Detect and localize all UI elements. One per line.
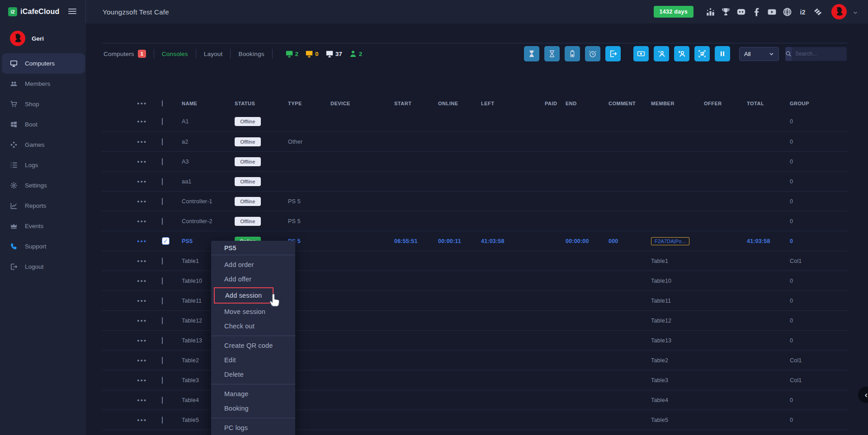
column-header[interactable]: TOTAL	[747, 101, 790, 106]
session-exit-button[interactable]	[605, 46, 621, 61]
menu-item-edit[interactable]: Edit	[211, 353, 295, 367]
column-header[interactable]: END	[566, 101, 609, 106]
row-checkbox[interactable]	[162, 337, 163, 344]
row-actions-icon[interactable]: ●●●	[137, 259, 162, 263]
column-header[interactable]: MEMBER	[651, 101, 704, 106]
column-header[interactable]: STATUS	[235, 101, 288, 106]
row-actions-icon[interactable]: ●●●	[137, 378, 162, 383]
row-checkbox[interactable]	[162, 397, 163, 404]
table-row[interactable]: ●●●a2OfflineOther0	[102, 131, 848, 151]
sidebar-item-events[interactable]: Events	[0, 216, 86, 236]
column-header[interactable]: OFFER	[704, 101, 747, 106]
tab-layout[interactable]: Layout	[202, 51, 225, 57]
menu-item-add-order[interactable]: Add order	[211, 257, 295, 272]
youtube-icon[interactable]	[767, 7, 777, 17]
select-all-checkbox[interactable]	[162, 100, 163, 107]
menu-item-pc-logs[interactable]: PC logs	[211, 421, 295, 435]
days-remaining-badge[interactable]: 1432 days	[654, 6, 693, 18]
row-actions-icon[interactable]: ●●●	[137, 159, 162, 164]
row-actions-icon[interactable]: ●●●	[137, 338, 162, 343]
sidebar-item-shop[interactable]: Shop	[0, 94, 86, 114]
table-row[interactable]: ●●●Controller-2OfflinePS 50	[102, 211, 848, 231]
qr-code-button[interactable]	[694, 46, 710, 61]
icafe-logo-icon[interactable]: i2	[798, 7, 807, 17]
row-checkbox[interactable]	[162, 198, 163, 205]
row-checkbox[interactable]	[162, 416, 163, 424]
row-actions-icon[interactable]: ●●●	[137, 140, 162, 144]
row-checkbox[interactable]	[162, 257, 163, 265]
column-header[interactable]: GROUP	[790, 101, 848, 106]
menu-item-create-qr-code[interactable]: Create QR code	[211, 338, 295, 353]
trophy-icon[interactable]	[721, 7, 731, 17]
row-actions-icon[interactable]: ●●●	[137, 199, 162, 204]
hourglass-filled-button[interactable]	[524, 46, 539, 61]
row-checkbox[interactable]: ✓	[162, 237, 170, 245]
menu-item-add-session[interactable]: Add session	[214, 287, 274, 304]
sidebar-item-computers[interactable]: Computers	[2, 53, 85, 74]
user-avatar-small[interactable]	[10, 31, 25, 46]
hourglass-button[interactable]	[544, 46, 560, 61]
sidebar-item-reports[interactable]: Reports	[0, 196, 86, 216]
sidebar-item-members[interactable]: Members	[0, 74, 86, 94]
discord-icon[interactable]	[736, 7, 746, 17]
ranking-icon[interactable]	[706, 7, 715, 17]
row-checkbox[interactable]	[162, 357, 163, 364]
column-header[interactable]: START	[394, 101, 438, 106]
column-header[interactable]: TYPE	[288, 101, 330, 106]
column-header[interactable]: COMMENT	[609, 101, 651, 106]
row-checkbox[interactable]	[162, 218, 163, 225]
column-header[interactable]: LEFT	[481, 101, 545, 106]
sidebar-item-settings[interactable]: Settings	[0, 175, 86, 196]
table-row[interactable]: ●●●aa1Offline0	[102, 171, 848, 191]
menu-item-delete[interactable]: Delete	[211, 367, 295, 382]
column-header[interactable]: NAME	[182, 101, 235, 106]
pause-button[interactable]	[715, 46, 730, 61]
alarm-clock-button[interactable]	[585, 46, 600, 61]
search-input[interactable]	[792, 47, 847, 61]
member-tag[interactable]: F2A7DA|Po...	[651, 237, 689, 245]
column-header[interactable]: ONLINE	[438, 101, 481, 106]
tab-computers[interactable]: Computers1	[102, 50, 148, 58]
member-add-button[interactable]	[674, 46, 689, 61]
battery-button[interactable]	[565, 46, 580, 61]
globe-icon[interactable]	[783, 7, 792, 17]
tab-bookings[interactable]: Bookings	[236, 51, 266, 57]
row-actions-icon[interactable]: ●●●	[137, 119, 162, 124]
sidebar-item-logs[interactable]: Logs	[0, 155, 86, 175]
row-actions-icon[interactable]: ●●●	[137, 239, 162, 243]
row-checkbox[interactable]	[162, 158, 163, 165]
member-star-button[interactable]	[654, 46, 669, 61]
sidebar-item-games[interactable]: Games	[0, 135, 86, 155]
row-checkbox[interactable]	[162, 118, 163, 125]
row-checkbox[interactable]	[162, 277, 163, 285]
facebook-icon[interactable]	[752, 7, 761, 17]
menu-item-add-offer[interactable]: Add offer	[211, 272, 295, 286]
row-checkbox[interactable]	[162, 377, 163, 384]
menu-item-move-session[interactable]: Move session	[211, 304, 295, 319]
header-row-actions-icon[interactable]: ●●●	[137, 101, 162, 106]
sidebar-item-logout[interactable]: Logout	[0, 257, 86, 277]
sidebar-item-support[interactable]: Support	[0, 236, 86, 257]
hamburger-menu-icon[interactable]	[68, 9, 76, 15]
youngzsoft-icon[interactable]	[813, 7, 823, 17]
chevron-down-icon[interactable]	[853, 9, 858, 14]
row-actions-icon[interactable]: ●●●	[137, 358, 162, 363]
tab-consoles[interactable]: Consoles	[160, 51, 190, 57]
user-avatar[interactable]	[831, 4, 847, 19]
table-row[interactable]: ●●●A3Offline0	[102, 151, 848, 171]
row-actions-icon[interactable]: ●●●	[137, 179, 162, 184]
row-actions-icon[interactable]: ●●●	[137, 219, 162, 224]
filter-select[interactable]: All	[739, 47, 779, 61]
table-row[interactable]: ●●●A1Offline0	[102, 112, 848, 131]
menu-item-check-out[interactable]: Check out	[211, 319, 295, 333]
column-header[interactable]: PAID	[545, 101, 566, 106]
row-actions-icon[interactable]: ●●●	[137, 279, 162, 283]
row-actions-icon[interactable]: ●●●	[137, 318, 162, 323]
menu-item-booking[interactable]: Booking	[211, 401, 295, 416]
table-row[interactable]: ●●●Controller-1OfflinePS 50	[102, 191, 848, 211]
row-checkbox[interactable]	[162, 178, 163, 185]
cash-button[interactable]	[633, 46, 649, 61]
sidebar-item-boot[interactable]: Boot	[0, 114, 86, 135]
row-actions-icon[interactable]: ●●●	[137, 418, 162, 422]
row-checkbox[interactable]	[162, 317, 163, 324]
